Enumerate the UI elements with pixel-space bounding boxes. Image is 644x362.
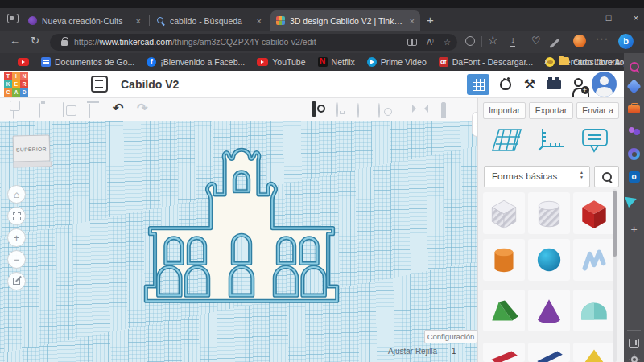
reload-icon[interactable]: ↻ [31, 35, 39, 47]
tinkercad-logo[interactable]: T I N K E R C A D [4, 72, 28, 97]
paste-icon[interactable] [39, 104, 40, 118]
group-icon[interactable] [357, 104, 359, 118]
close-icon[interactable]: × [630, 13, 642, 23]
new-tab-button[interactable]: + [427, 13, 434, 27]
trash-icon[interactable] [89, 104, 90, 118]
shape-search-button[interactable] [594, 166, 619, 187]
downloads-icon[interactable]: ↓ [510, 36, 515, 47]
minimize-icon[interactable]: – [575, 13, 588, 23]
plus-icon[interactable]: + [627, 222, 641, 236]
url-text[interactable]: https://www.tinkercad.com/things/am3zCQZ… [74, 37, 398, 47]
outlook-icon[interactable]: o [627, 170, 641, 183]
bookmark[interactable]: NNetflix [318, 57, 355, 67]
viewcube[interactable]: SUPERIOR [13, 134, 51, 162]
design-grid-button[interactable] [467, 74, 489, 95]
gem-icon[interactable] [627, 80, 641, 93]
read-aloud-icon[interactable]: A⁾ [427, 38, 434, 47]
shape-roof[interactable] [483, 290, 525, 331]
other-favorites-button[interactable]: Otros favoritos [573, 57, 628, 67]
paper-plane-icon[interactable] [627, 192, 641, 206]
bookmark[interactable]: YouTube [257, 57, 305, 67]
tab-tinkercad-active[interactable]: 3D design Cabildo V2 | Tinkercad × [270, 10, 420, 31]
shape-cylinder[interactable] [483, 239, 525, 281]
export-button[interactable]: Exportar [529, 102, 573, 119]
tab-close-icon[interactable]: × [257, 16, 262, 26]
tab-close-icon[interactable]: × [136, 16, 141, 26]
home-view-button[interactable]: ⌂ [7, 185, 26, 204]
ungroup-icon[interactable] [378, 104, 380, 118]
settings-gear-icon[interactable] [627, 352, 641, 362]
shapes-category-dropdown[interactable]: Formas básicas ▲▼ [484, 166, 590, 187]
back-icon[interactable]: ← [10, 35, 20, 47]
gallery-scrollbar[interactable] [613, 189, 617, 362]
shape-hole-cylinder[interactable] [528, 192, 570, 234]
tab-workspaces-icon[interactable] [7, 14, 19, 23]
bookmark[interactable]: f¡Bienvenido a Faceb... [147, 57, 245, 67]
people-icon[interactable] [627, 125, 641, 138]
extension-icon[interactable] [573, 35, 586, 47]
briefcase-icon[interactable] [627, 102, 641, 116]
bing-icon[interactable]: b [618, 34, 634, 49]
bookmark[interactable]: dfDaFont - Descargar... [439, 57, 533, 67]
shape-box[interactable] [573, 192, 615, 234]
cabildo-model[interactable] [133, 138, 350, 307]
sidebar-panel-icon[interactable] [627, 336, 641, 350]
bricks-button[interactable] [543, 74, 565, 95]
split-screen-icon[interactable] [407, 39, 417, 46]
shape-hole-box[interactable] [483, 192, 525, 234]
favorites-star-icon[interactable]: ☆ [488, 34, 498, 47]
shape-round-roof[interactable] [573, 290, 615, 331]
ruler-tool-icon[interactable] [536, 127, 565, 156]
copy-icon[interactable] [13, 105, 14, 119]
show-all-icon[interactable] [312, 102, 316, 117]
shape-sphere[interactable] [528, 239, 570, 281]
shape-scribble[interactable] [573, 239, 615, 281]
minecraft-button[interactable]: ⚒ [518, 74, 541, 95]
send-to-button[interactable]: Enviar a [576, 102, 619, 119]
browser-essentials-icon[interactable]: ♡ [531, 35, 541, 47]
redo-icon[interactable]: ↷ [137, 102, 147, 115]
perspective-toggle-button[interactable] [7, 272, 26, 290]
magnet-icon[interactable] [441, 105, 446, 119]
zoom-out-button[interactable]: − [7, 250, 26, 269]
avatar[interactable] [592, 72, 617, 97]
bookmarks-bar: Documentos de Go... f¡Bienvenido a Faceb… [0, 53, 644, 71]
tab-search[interactable]: cabildo - Búsqueda × [151, 10, 267, 31]
tab-cults[interactable]: Nueva creación·Cults × [23, 10, 147, 31]
settings-button[interactable]: Configuración [424, 330, 477, 343]
youtube-favicon-bookmark[interactable] [18, 58, 29, 66]
tab-title: cabildo - Búsqueda [170, 16, 252, 26]
design-properties-icon[interactable] [91, 76, 108, 93]
sim-button[interactable] [494, 74, 517, 95]
fit-view-button[interactable] [7, 207, 26, 225]
notes-tool-icon[interactable] [580, 127, 610, 158]
shape-cone[interactable] [528, 290, 570, 331]
copilot-swirl-icon[interactable] [627, 147, 641, 161]
snap-grid-dropdown[interactable]: 1 mm [449, 345, 477, 358]
shape-partial-red[interactable] [483, 343, 525, 362]
invite-button[interactable] [567, 74, 589, 95]
design-canvas[interactable]: SUPERIOR ⌂ + − Configuración Ajustar Rej… [0, 121, 477, 362]
scrollbar-thumb[interactable] [613, 191, 617, 257]
bookmark[interactable]: Prime Video [367, 57, 427, 67]
bookmarks-overflow-icon[interactable]: › [544, 56, 547, 67]
bookmark[interactable]: Documentos de Go... [41, 57, 134, 67]
undo-icon[interactable]: ↶ [113, 102, 123, 115]
more-icon[interactable]: ··· [596, 32, 609, 44]
shape-partial-blue[interactable] [528, 343, 570, 362]
import-button[interactable]: Importar [483, 102, 526, 119]
shape-partial-yellow[interactable] [573, 343, 615, 362]
web-capture-icon[interactable] [551, 39, 559, 47]
workplane-tool-icon[interactable] [491, 127, 523, 156]
zoom-in-button[interactable]: + [7, 228, 26, 247]
tab-close-icon[interactable]: × [410, 16, 415, 26]
maximize-icon[interactable]: □ [602, 13, 615, 23]
add-favorite-icon[interactable]: ☆ [444, 38, 451, 47]
duplicate-icon[interactable] [63, 103, 64, 117]
address-bar[interactable]: https://www.tinkercad.com/things/am3zCQZ… [50, 34, 457, 51]
copilot-ring-icon[interactable] [465, 36, 475, 46]
search-icon[interactable] [627, 60, 641, 73]
youtube-icon [257, 58, 268, 66]
design-title[interactable]: Cabildo V2 [121, 78, 179, 91]
hide-icon[interactable] [336, 103, 338, 117]
